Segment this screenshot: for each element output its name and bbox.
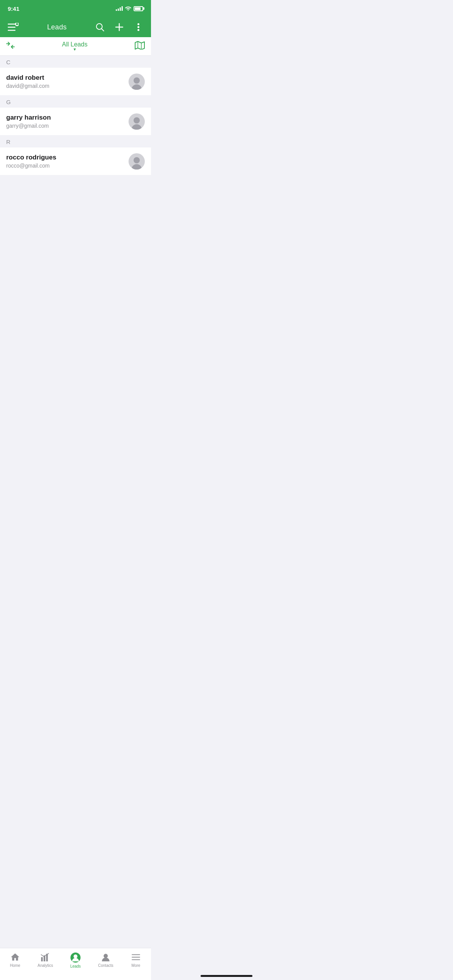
add-icon (115, 23, 124, 31)
avatar (129, 113, 145, 130)
section-header-r: R (0, 135, 151, 147)
lead-item-rocco[interactable]: rocco rodrigues rocco@gmail.com (0, 147, 151, 175)
lead-email: rocco@gmail.com (6, 163, 129, 169)
svg-point-10 (137, 29, 139, 31)
svg-marker-13 (135, 41, 144, 50)
signal-icon (116, 6, 123, 11)
avatar-placeholder (129, 113, 145, 130)
sort-icon (6, 41, 15, 49)
svg-point-4 (96, 24, 102, 29)
lead-email: garry@gmail.com (6, 123, 129, 129)
search-button[interactable] (94, 21, 106, 33)
more-vertical-icon (137, 23, 139, 31)
add-button[interactable] (113, 21, 125, 33)
lead-name: rocco rodrigues (6, 154, 129, 161)
lead-item-david[interactable]: david robert david@gmail.com (0, 68, 151, 96)
section-header-c: C (0, 56, 151, 68)
battery-icon (134, 6, 143, 11)
lead-info: garry harrison garry@gmail.com (6, 114, 129, 129)
svg-line-5 (101, 29, 104, 31)
avatar-placeholder (129, 74, 145, 90)
svg-point-9 (137, 26, 139, 28)
empty-area (0, 175, 151, 291)
sort-button[interactable] (6, 41, 15, 51)
nav-actions (94, 21, 145, 33)
nav-bar: Leads (0, 17, 151, 37)
avatar (129, 74, 145, 90)
leads-list: C david robert david@gmail.com G garry h… (0, 56, 151, 295)
lead-info: david robert david@gmail.com (6, 74, 129, 89)
status-icons (116, 6, 143, 12)
svg-rect-0 (8, 24, 15, 25)
lead-email: david@gmail.com (6, 83, 129, 89)
svg-rect-2 (8, 30, 15, 31)
filter-row: All Leads ▼ (0, 37, 151, 56)
map-icon (135, 41, 145, 50)
lead-item-garry[interactable]: garry harrison garry@gmail.com (0, 108, 151, 135)
settings-button[interactable] (6, 20, 20, 34)
svg-point-3 (15, 23, 19, 26)
section-header-g: G (0, 96, 151, 108)
settings-lines-icon (8, 23, 19, 31)
svg-point-8 (137, 23, 139, 25)
lead-name: david robert (6, 74, 129, 82)
filter-dropdown[interactable]: All Leads ▼ (62, 41, 88, 51)
avatar-placeholder (129, 153, 145, 170)
page-title: Leads (47, 23, 67, 31)
avatar (129, 153, 145, 170)
status-time: 9:41 (8, 5, 19, 12)
lead-info: rocco rodrigues rocco@gmail.com (6, 154, 129, 169)
wifi-icon (125, 6, 131, 12)
lead-name: garry harrison (6, 114, 129, 122)
status-bar: 9:41 (0, 0, 151, 17)
svg-rect-1 (8, 27, 15, 28)
map-button[interactable] (135, 41, 145, 51)
chevron-down-icon: ▼ (73, 47, 77, 51)
more-options-button[interactable] (132, 21, 145, 33)
search-icon (96, 23, 104, 31)
